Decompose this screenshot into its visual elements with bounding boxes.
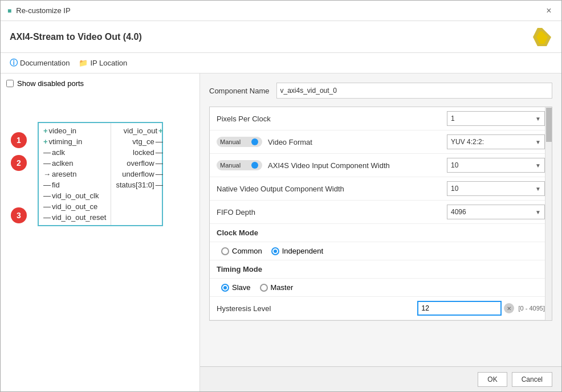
fifo-depth-select[interactable]: 4096 ▼	[447, 205, 545, 219]
port-label-aclk: aclk	[52, 148, 65, 157]
axi4s-width-select[interactable]: 10 ▼	[447, 158, 545, 173]
port-label-locked: locked	[133, 148, 154, 157]
port-fid: — fid	[39, 179, 111, 190]
line-icon-aclk: —	[43, 148, 51, 157]
ip-module-block: + video_in + vtiming_in — aclk	[38, 122, 163, 226]
params-box: Pixels Per Clock 1 ▼ Manual	[209, 107, 552, 321]
port-label-underflow: underflow	[122, 170, 154, 178]
clock-mode-label: Clock Mode	[217, 228, 258, 237]
port-label-vtg-ce: vtg_ce	[132, 137, 154, 146]
show-disabled-checkbox[interactable]	[6, 80, 14, 87]
native-width-row: Native Video Output Component Width 10 ▼	[210, 177, 552, 201]
title-bar: ■ Re-customize IP ×	[1, 1, 561, 21]
port-aclken: — aclken	[39, 158, 111, 169]
info-icon: ⓘ	[10, 58, 18, 68]
line-icon-vid-io-out-clk: —	[43, 191, 51, 200]
component-name-input[interactable]	[276, 83, 553, 99]
scrollbar-track[interactable]	[545, 107, 552, 320]
port-vtiming-in: + vtiming_in	[39, 136, 111, 147]
port-label-vid-io-out-ce: vid_io_out_ce	[52, 202, 97, 211]
port-label-video-in: video_in	[49, 126, 76, 135]
port-label-overflow: overflow	[127, 159, 154, 168]
hysteresis-input-group: ✕ [0 - 4095]	[417, 301, 545, 316]
hysteresis-clear-button[interactable]: ✕	[504, 303, 514, 313]
clock-mode-common-label: Common	[232, 247, 262, 255]
clock-mode-independent-label: Independent	[282, 247, 323, 255]
arrow-icon-aresetn: →	[43, 170, 51, 178]
fifo-depth-arrow: ▼	[535, 209, 541, 215]
title-bar-left: ■ Re-customize IP	[7, 6, 71, 15]
video-format-label: Video Format	[268, 138, 447, 146]
line-icon-status: —	[156, 181, 163, 189]
port-label-fid: fid	[52, 181, 60, 189]
hysteresis-label: Hysteresis Level	[217, 304, 417, 313]
clock-mode-independent-radio[interactable]	[271, 247, 279, 255]
clock-mode-common-radio[interactable]	[221, 247, 229, 255]
ok-button[interactable]: OK	[478, 372, 507, 387]
axi4s-width-arrow: ▼	[535, 162, 541, 169]
right-panel: Component Name Pixels Per Clock 1 ▼	[200, 74, 561, 391]
port-vid-io-out-ce: — vid_io_out_ce	[39, 201, 111, 212]
port-status: status[31:0] —	[111, 179, 167, 190]
port-aclk: — aclk	[39, 147, 111, 158]
axi4s-toggle[interactable]: Manual	[217, 160, 262, 170]
timing-mode-master-radio[interactable]	[260, 284, 268, 292]
port-video-in: + video_in	[39, 125, 111, 136]
clock-mode-section-title: Clock Mode	[210, 224, 552, 242]
step-badge-1: 1	[11, 132, 27, 148]
scrollbar-thumb[interactable]	[546, 108, 552, 142]
bus-icon-vtiming-in: +	[43, 137, 48, 146]
port-vid-io-out: vid_io_out +	[111, 125, 167, 136]
documentation-label: Documentation	[20, 59, 70, 67]
native-width-select[interactable]: 10 ▼	[447, 181, 545, 196]
timing-mode-label: Timing Mode	[217, 265, 262, 273]
toolbar: ⓘ Documentation 📁 IP Location	[1, 53, 561, 74]
timing-mode-master-option[interactable]: Master	[260, 283, 294, 292]
close-button[interactable]: ×	[543, 5, 555, 17]
clock-mode-common-option[interactable]: Common	[221, 247, 262, 255]
port-underflow: underflow —	[111, 169, 167, 179]
timing-mode-slave-radio[interactable]	[221, 284, 229, 292]
clock-mode-radio-row: Common Independent	[210, 242, 552, 260]
port-label-vid-io-out-clk: vid_io_out_clk	[52, 191, 99, 200]
timing-mode-slave-option[interactable]: Slave	[221, 283, 251, 292]
pixels-per-clock-select[interactable]: 1 ▼	[447, 111, 545, 126]
component-name-label: Component Name	[209, 87, 270, 95]
right-content: Component Name Pixels Per Clock 1 ▼	[200, 74, 561, 366]
native-width-arrow: ▼	[535, 186, 541, 192]
native-width-value: 10	[451, 185, 458, 193]
timing-mode-section-title: Timing Mode	[210, 260, 552, 279]
port-label-vid-io-out-reset: vid_io_out_reset	[52, 213, 106, 222]
hysteresis-range: [0 - 4095]	[519, 305, 545, 312]
video-format-toggle[interactable]: Manual	[217, 137, 262, 147]
ip-ports-right: vid_io_out + vtg_ce — locked —	[111, 123, 167, 225]
window-title: Re-customize IP	[16, 6, 70, 15]
cancel-button[interactable]: Cancel	[512, 372, 552, 387]
component-name-row: Component Name	[209, 83, 552, 99]
axi4s-toggle-switch[interactable]	[243, 161, 259, 169]
port-overflow: overflow —	[111, 158, 167, 169]
clock-mode-independent-dot	[274, 250, 277, 253]
bus-icon-video-in: +	[43, 126, 48, 135]
port-label-vtiming-in: vtiming_in	[49, 137, 83, 146]
folder-icon: 📁	[79, 59, 88, 67]
step-badge-2: 2	[11, 155, 27, 171]
xilinx-logo	[532, 27, 552, 47]
port-vid-io-out-reset: — vid_io_out_reset	[39, 212, 111, 223]
documentation-button[interactable]: ⓘ Documentation	[10, 58, 70, 68]
ip-location-button[interactable]: 📁 IP Location	[79, 59, 127, 67]
ip-module-content: + video_in + vtiming_in — aclk	[39, 123, 162, 225]
left-panel: Show disabled ports 1 2 3 + video_in	[1, 74, 200, 391]
video-format-toggle-switch[interactable]	[243, 138, 259, 146]
hysteresis-input[interactable]	[417, 301, 502, 316]
video-format-select[interactable]: YUV 4:2:2: ▼	[447, 134, 545, 149]
video-format-toggle-label: Manual	[220, 138, 241, 145]
clock-mode-independent-option[interactable]: Independent	[271, 247, 323, 255]
port-label-status: status[31:0]	[116, 181, 154, 189]
line-icon-locked: —	[156, 148, 163, 157]
timing-mode-radio-row: Slave Master	[210, 279, 552, 296]
native-width-label: Native Video Output Component Width	[217, 185, 447, 193]
line-icon-vtg-ce: —	[156, 137, 163, 146]
fifo-depth-value: 4096	[451, 208, 466, 216]
main-window: ■ Re-customize IP × AXI4-Stream to Video…	[0, 0, 562, 392]
